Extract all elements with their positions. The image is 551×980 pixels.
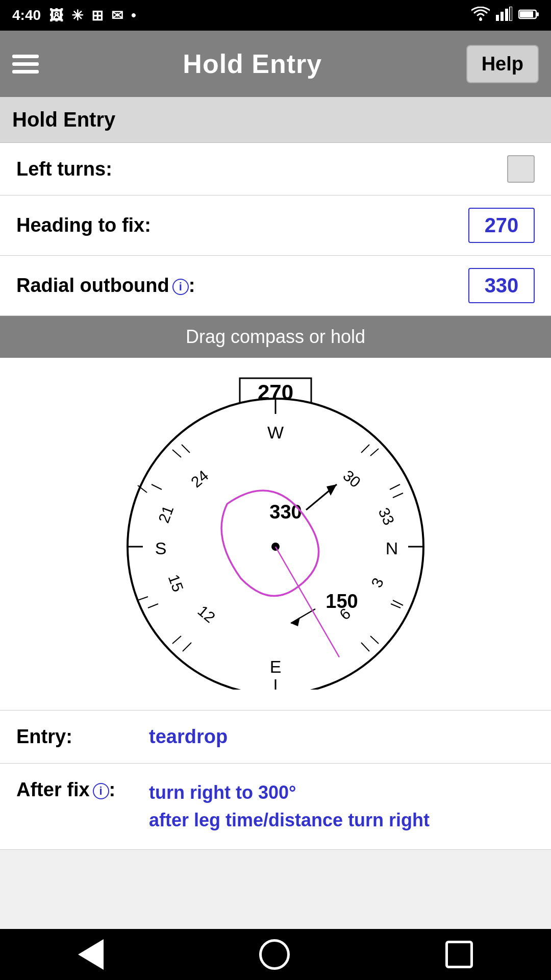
svg-rect-3	[505, 9, 508, 21]
page-title-section: Hold Entry	[0, 97, 551, 143]
radial-row: Radial outboundi: 330	[0, 256, 551, 316]
svg-point-0	[479, 18, 482, 21]
recents-icon	[445, 941, 473, 968]
compass-area[interactable]: 270 W	[0, 358, 551, 710]
bottom-nav	[0, 929, 551, 980]
mail-icon: ✉	[111, 7, 123, 24]
svg-text:W: W	[267, 423, 284, 442]
entry-row: Entry: teardrop	[0, 710, 551, 764]
after-fix-row: After fixi: turn right to 300°after leg …	[0, 764, 551, 850]
radial-info-icon[interactable]: i	[172, 279, 189, 295]
back-button[interactable]	[78, 939, 104, 970]
svg-rect-1	[496, 15, 499, 21]
battery-icon	[518, 7, 539, 23]
pinwheel-icon: ✳	[71, 7, 83, 24]
svg-text:E: E	[270, 657, 282, 676]
left-turns-checkbox[interactable]	[507, 155, 535, 183]
left-turns-label: Left turns:	[16, 158, 112, 180]
svg-text:150: 150	[325, 591, 358, 612]
status-bar: 4:40 🖼 ✳ ⊞ ✉ •	[0, 0, 551, 31]
heading-input[interactable]: 270	[468, 208, 535, 243]
drag-banner: Drag compass or hold	[0, 316, 551, 358]
svg-rect-7	[537, 12, 539, 16]
entry-label: Entry:	[16, 726, 149, 748]
help-button[interactable]: Help	[466, 45, 539, 83]
home-button[interactable]	[259, 939, 290, 970]
recents-button[interactable]	[445, 941, 473, 968]
gallery-icon: 🖼	[49, 7, 63, 24]
status-bar-left: 4:40 🖼 ✳ ⊞ ✉ •	[12, 7, 136, 24]
svg-rect-6	[520, 11, 533, 17]
signal-icon	[496, 7, 512, 24]
svg-rect-4	[510, 7, 512, 21]
page-title: Hold Entry	[12, 108, 115, 131]
svg-text:N: N	[386, 538, 398, 558]
svg-text:S: S	[155, 538, 167, 558]
svg-text:330: 330	[269, 501, 302, 523]
home-icon	[259, 939, 290, 970]
after-fix-value: turn right to 300°after leg time/distanc…	[149, 779, 430, 834]
menu-button[interactable]	[12, 55, 39, 74]
top-bar: Hold Entry Help	[0, 31, 551, 97]
radial-label: Radial outboundi:	[16, 275, 195, 297]
dot-icon: •	[131, 7, 136, 23]
grid-icon: ⊞	[91, 7, 103, 24]
status-time: 4:40	[12, 7, 41, 23]
top-bar-title: Hold Entry	[183, 48, 322, 79]
radial-input[interactable]: 330	[468, 268, 535, 303]
after-fix-info-icon[interactable]: i	[93, 783, 109, 799]
compass-svg[interactable]: 270 W	[87, 373, 464, 690]
wifi-icon	[471, 7, 490, 24]
after-fix-label: After fixi:	[16, 779, 149, 801]
heading-label: Heading to fix:	[16, 214, 151, 236]
back-icon	[78, 939, 104, 970]
entry-value: teardrop	[149, 726, 228, 748]
status-bar-right	[471, 7, 539, 24]
left-turns-row: Left turns:	[0, 143, 551, 195]
svg-rect-2	[500, 12, 504, 21]
heading-row: Heading to fix: 270	[0, 195, 551, 256]
